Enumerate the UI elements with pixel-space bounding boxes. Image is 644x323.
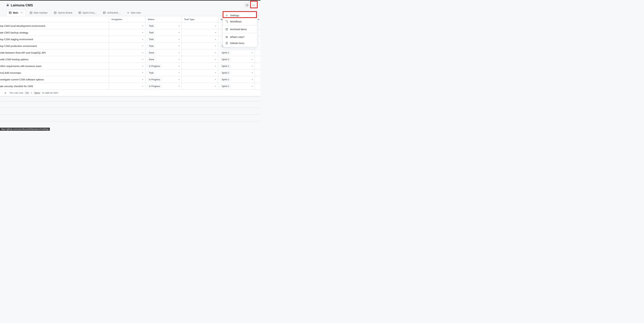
- cell-task-type[interactable]: [182, 23, 218, 29]
- cell-task-type[interactable]: [182, 83, 218, 89]
- chevron-down-icon[interactable]: [215, 65, 216, 67]
- cell-task-type[interactable]: [182, 29, 218, 36]
- cell-status[interactable]: Todo: [146, 29, 182, 36]
- cell-assignees[interactable]: [109, 83, 146, 89]
- cell-status[interactable]: Todo: [146, 43, 182, 49]
- cell-title[interactable]: ate CMS backup strategy: [0, 29, 109, 36]
- table-row[interactable]: ms] Add monorepoTodoSprint 2: [0, 69, 260, 76]
- view-tab[interactable]: Sprints Board: [51, 9, 75, 16]
- cell-status[interactable]: Todo: [146, 23, 182, 29]
- chevron-down-icon[interactable]: [215, 85, 216, 88]
- chevron-down-icon[interactable]: [142, 71, 144, 74]
- panel-toggle-button[interactable]: [244, 2, 250, 8]
- cell-task-type[interactable]: [182, 69, 218, 76]
- cell-sprint[interactable]: Sprint 1: [218, 63, 255, 69]
- more-options-button[interactable]: [251, 2, 256, 8]
- chevron-down-icon[interactable]: [252, 71, 253, 74]
- chevron-down-icon[interactable]: [215, 38, 216, 41]
- menu-item-archived[interactable]: Archived Items: [223, 26, 257, 32]
- cell-task-type[interactable]: [182, 43, 218, 49]
- chevron-down-icon[interactable]: [142, 25, 144, 27]
- cell-sprint[interactable]: Sprint 2: [218, 83, 255, 89]
- chevron-down-icon[interactable]: [178, 45, 180, 47]
- view-tab[interactable]: Main: [6, 9, 26, 16]
- chevron-down-icon[interactable]: [178, 78, 180, 81]
- cell-title[interactable]: tup CMS local development environment: [0, 23, 109, 29]
- cell-title[interactable]: cide CSM hosting options: [0, 56, 109, 63]
- chevron-down-icon[interactable]: [178, 51, 180, 54]
- chevron-down-icon[interactable]: [252, 85, 253, 88]
- new-view-button[interactable]: New view: [124, 10, 143, 15]
- add-item-row[interactable]: You can use Ctrl + Space to add an item: [0, 90, 260, 96]
- menu-item-workflows[interactable]: Workflows: [223, 18, 257, 25]
- cell-assignees[interactable]: [109, 36, 146, 42]
- table-row[interactable]: cide between Rest API and GraphQL APIDon…: [0, 49, 260, 56]
- cell-task-type[interactable]: [182, 49, 218, 56]
- cell-assignees[interactable]: [109, 43, 146, 49]
- table-row[interactable]: ate security checklist for CMSIn Progres…: [0, 83, 260, 90]
- cell-status[interactable]: In Progress: [146, 76, 182, 83]
- cell-title[interactable]: nfirm requirments with business team: [0, 63, 109, 69]
- menu-item-whats-new[interactable]: What's new?: [223, 34, 257, 40]
- table-row[interactable]: nfirm requirments with business teamIn P…: [0, 63, 260, 69]
- cell-assignees[interactable]: [109, 49, 146, 56]
- cell-sprint[interactable]: Sprint 2: [218, 69, 255, 76]
- chevron-down-icon[interactable]: [215, 45, 216, 47]
- chevron-down-icon[interactable]: [252, 51, 253, 54]
- table-row[interactable]: tup CSM production environmentTodoSprint…: [0, 43, 260, 49]
- cell-sprint[interactable]: Sprint 2: [218, 76, 255, 83]
- column-header-title[interactable]: [0, 16, 109, 22]
- cell-assignees[interactable]: [109, 56, 146, 63]
- view-tab[interactable]: Unfinished ...: [100, 9, 123, 16]
- cell-status[interactable]: Done: [146, 49, 182, 56]
- cell-status[interactable]: In Progress: [146, 83, 182, 89]
- chevron-down-icon[interactable]: [215, 78, 216, 81]
- cell-task-type[interactable]: [182, 56, 218, 63]
- cell-task-type[interactable]: [182, 36, 218, 42]
- column-header-task-type[interactable]: Task Type: [182, 16, 218, 22]
- chevron-down-icon[interactable]: [178, 58, 180, 61]
- cell-assignees[interactable]: [109, 69, 146, 76]
- cell-title[interactable]: ate security checklist for CMS: [0, 83, 109, 89]
- cell-title[interactable]: ms] Add monorepo: [0, 69, 109, 76]
- chevron-down-icon[interactable]: [215, 51, 216, 54]
- table-row[interactable]: ate CMS backup strategyTodo: [0, 29, 260, 36]
- column-header-assignees[interactable]: Assignees: [109, 16, 146, 22]
- chevron-down-icon[interactable]: [252, 78, 253, 81]
- cell-sprint[interactable]: Sprint 2: [218, 56, 255, 63]
- cell-title[interactable]: tup CSM staging environment: [0, 36, 109, 42]
- column-header-status[interactable]: Status: [146, 16, 182, 22]
- chevron-down-icon[interactable]: [178, 71, 180, 74]
- cell-title[interactable]: cide between Rest API and GraphQL API: [0, 49, 109, 56]
- chevron-down-icon[interactable]: [178, 25, 180, 27]
- cell-title[interactable]: vestigate current CSM software options: [0, 76, 109, 83]
- cell-status[interactable]: Todo: [146, 36, 182, 42]
- chevron-down-icon[interactable]: [178, 85, 180, 88]
- project-title[interactable]: Laimuna CMS: [11, 3, 33, 7]
- cell-status[interactable]: Done: [146, 56, 182, 63]
- cell-sprint[interactable]: Sprint 1: [218, 49, 255, 56]
- cell-task-type[interactable]: [182, 76, 218, 83]
- chevron-down-icon[interactable]: [215, 71, 216, 74]
- menu-item-docs[interactable]: GitHub Docs: [223, 40, 257, 46]
- cell-assignees[interactable]: [109, 29, 146, 36]
- chevron-down-icon[interactable]: [142, 45, 144, 47]
- chevron-down-icon[interactable]: [142, 85, 144, 88]
- view-tab[interactable]: Main Kanban: [27, 9, 50, 16]
- cell-assignees[interactable]: [109, 63, 146, 69]
- table-row[interactable]: cide CSM hosting optionsDoneSprint 2: [0, 56, 260, 63]
- chevron-down-icon[interactable]: [142, 65, 144, 67]
- chevron-down-icon[interactable]: [178, 65, 180, 67]
- chevron-down-icon[interactable]: [178, 31, 180, 34]
- cell-title[interactable]: tup CSM production environment: [0, 43, 109, 49]
- cell-assignees[interactable]: [109, 23, 146, 29]
- chevron-down-icon[interactable]: [252, 58, 253, 61]
- table-row[interactable]: vestigate current CSM software optionsIn…: [0, 76, 260, 83]
- table-row[interactable]: tup CSM staging environmentTodo: [0, 36, 260, 43]
- chevron-down-icon[interactable]: [215, 25, 216, 27]
- cell-task-type[interactable]: [182, 63, 218, 69]
- tab-options-button[interactable]: [20, 11, 23, 14]
- cell-status[interactable]: In Progress: [146, 63, 182, 69]
- chevron-down-icon[interactable]: [252, 65, 253, 67]
- chevron-down-icon[interactable]: [215, 58, 216, 61]
